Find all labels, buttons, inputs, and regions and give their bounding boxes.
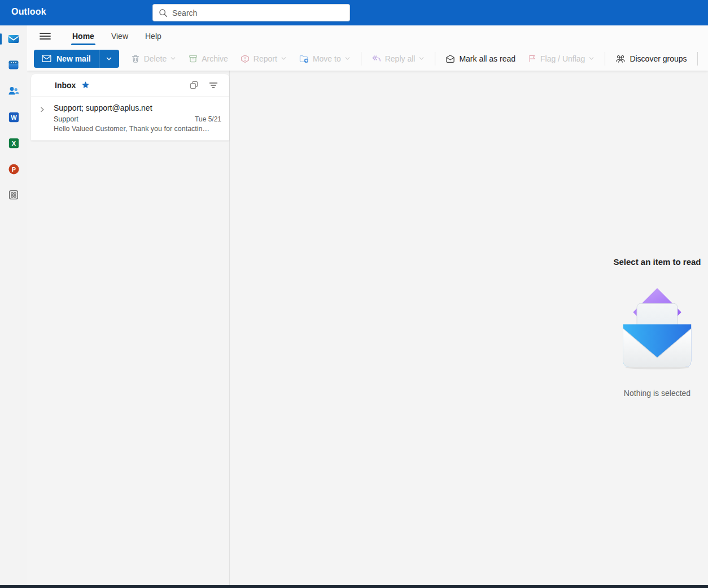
- calendar-icon: [7, 58, 20, 72]
- new-mail-split-button: New mail: [34, 50, 119, 68]
- ribbon-tabs-row: Home View Help: [27, 25, 708, 46]
- tab-view[interactable]: View: [103, 25, 137, 46]
- chevron-down-icon: [588, 55, 595, 62]
- new-mail-envelope-icon: [42, 54, 51, 63]
- archive-label: Archive: [202, 54, 228, 63]
- open-envelope-illustration: [601, 285, 708, 372]
- toolbar-divider: [361, 52, 361, 66]
- svg-text:X: X: [11, 140, 16, 146]
- delete-icon: [131, 54, 140, 63]
- chevron-down-icon: [281, 55, 287, 62]
- message-preview: Hello Valued Customer, Thank you for con…: [54, 125, 221, 133]
- chevron-down-icon: [170, 55, 176, 62]
- svg-text:W: W: [11, 114, 17, 120]
- reading-pane-empty-state: Select an item to read Nothing is select…: [601, 257, 708, 398]
- app-title: Outlook: [11, 7, 46, 17]
- rail-item-word[interactable]: W: [5, 108, 23, 126]
- more-apps-icon: [7, 189, 20, 201]
- discover-groups-label: Discover groups: [630, 54, 687, 63]
- content-area: Inbox Support; support@aplus.net Support…: [27, 71, 708, 585]
- toolbar: New mail Delete Archive Report Move to: [27, 46, 708, 71]
- rail-item-mail[interactable]: [5, 30, 23, 48]
- discover-groups-button[interactable]: Discover groups: [610, 50, 692, 68]
- top-bar: Outlook: [0, 0, 708, 25]
- outlook-mail-icon: [6, 32, 21, 46]
- flag-unflag-button[interactable]: Flag / Unflag: [522, 50, 600, 68]
- rail-item-more-apps[interactable]: [5, 186, 23, 204]
- toolbar-divider: [697, 52, 698, 66]
- rail-item-powerpoint[interactable]: P: [5, 160, 23, 178]
- people-icon: [7, 84, 20, 98]
- hamburger-menu-icon[interactable]: [37, 28, 54, 44]
- chevron-down-icon: [418, 55, 425, 62]
- delete-button[interactable]: Delete: [125, 50, 182, 68]
- select-all-icon: [189, 80, 199, 90]
- empty-state-caption: Nothing is selected: [601, 389, 708, 398]
- select-messages-button[interactable]: [187, 78, 201, 92]
- folder-title: Inbox: [55, 81, 76, 90]
- empty-state-title: Select an item to read: [601, 257, 708, 267]
- mark-all-as-read-label: Mark all as read: [459, 54, 515, 63]
- powerpoint-icon: P: [7, 163, 20, 176]
- mark-all-as-read-button[interactable]: Mark all as read: [440, 50, 521, 68]
- message-sender: Support; support@aplus.net: [54, 103, 221, 113]
- move-to-button[interactable]: Move to: [294, 50, 356, 68]
- flag-unflag-label: Flag / Unflag: [540, 54, 585, 63]
- reply-all-label: Reply all: [385, 54, 416, 63]
- report-button[interactable]: Report: [235, 50, 292, 68]
- new-mail-button[interactable]: New mail: [34, 50, 99, 68]
- new-mail-label: New mail: [56, 54, 91, 63]
- tab-help[interactable]: Help: [137, 25, 170, 46]
- search-input[interactable]: [172, 8, 336, 18]
- message-list-header: Inbox: [31, 74, 229, 97]
- toolbar-divider: [605, 52, 605, 66]
- search-icon: [159, 8, 168, 18]
- tab-home[interactable]: Home: [64, 25, 103, 46]
- taskbar-edge: [0, 585, 708, 588]
- app-rail: W X P: [0, 25, 27, 585]
- chevron-down-icon: [106, 55, 112, 62]
- report-label: Report: [254, 54, 277, 63]
- rail-item-people[interactable]: [5, 82, 23, 100]
- move-to-label: Move to: [313, 54, 341, 63]
- rail-item-calendar[interactable]: [5, 56, 23, 74]
- ribbon: Home View Help New mail Delete Archive: [27, 25, 708, 71]
- reply-all-icon: [372, 54, 381, 63]
- rail-item-excel[interactable]: X: [5, 134, 23, 152]
- excel-icon: X: [7, 137, 20, 150]
- filter-button[interactable]: [207, 79, 220, 92]
- toolbar-divider: [435, 52, 435, 66]
- flag-icon: [528, 54, 536, 63]
- reply-all-button[interactable]: Reply all: [366, 50, 431, 68]
- message-date: Tue 5/21: [195, 115, 221, 123]
- move-to-folder-icon: [299, 54, 309, 63]
- archive-icon: [189, 54, 198, 63]
- message-subject: Support: [54, 115, 78, 123]
- archive-button[interactable]: Archive: [183, 50, 234, 68]
- panel-divider: [229, 71, 230, 585]
- svg-text:P: P: [11, 165, 15, 172]
- delete-label: Delete: [144, 54, 167, 63]
- message-list-panel: Inbox Support; support@aplus.net Support…: [31, 74, 229, 141]
- word-icon: W: [7, 111, 20, 124]
- filter-icon: [209, 81, 218, 89]
- undo-button[interactable]: Undo: [702, 50, 708, 68]
- search-box[interactable]: [152, 4, 350, 21]
- mark-read-icon: [445, 54, 455, 63]
- message-list-item[interactable]: Support; support@aplus.net Support Tue 5…: [31, 97, 229, 141]
- chevron-down-icon: [344, 55, 351, 62]
- expand-chevron-icon[interactable]: [40, 105, 45, 115]
- report-icon: [241, 54, 250, 63]
- favorite-star-icon[interactable]: [81, 81, 90, 89]
- new-mail-dropdown-button[interactable]: [99, 50, 119, 68]
- groups-icon: [615, 54, 626, 63]
